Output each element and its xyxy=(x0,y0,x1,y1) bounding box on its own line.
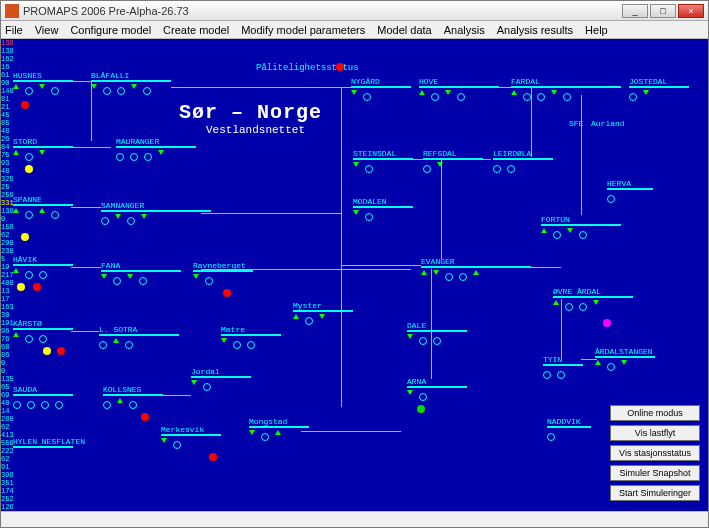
node-modalen[interactable]: MODALEN xyxy=(353,197,413,221)
node-label: MODALEN xyxy=(353,197,413,206)
node-label: HOVE xyxy=(419,77,499,86)
busbar xyxy=(161,434,221,436)
node-blafalli[interactable]: BLÅFALLI xyxy=(91,71,171,95)
app-icon xyxy=(5,4,19,18)
menu-configure[interactable]: Configure model xyxy=(70,24,151,36)
node-mauranger[interactable]: MAURANGER xyxy=(116,137,196,161)
busbar xyxy=(293,310,353,312)
node-label: HUSNES xyxy=(13,71,73,80)
node-lsotra[interactable]: L. SOTRA xyxy=(99,325,179,349)
node-hove[interactable]: HOVE xyxy=(419,77,499,101)
node-label: NADDVIK xyxy=(547,417,591,426)
node-label: ARNA xyxy=(407,377,467,386)
node-husnes[interactable]: HUSNES xyxy=(13,71,73,95)
node-label: SPANNE xyxy=(13,195,73,204)
node-fardal[interactable]: FARDAL xyxy=(511,77,621,101)
node-label: JOSTEDAL xyxy=(629,77,689,86)
busbar xyxy=(13,204,73,206)
start-simuleringer-button[interactable]: Start Simuleringer xyxy=(610,485,700,501)
node-leirdola[interactable]: LEIRDØLA xyxy=(493,149,553,173)
node-label: SAMNANGER xyxy=(101,201,211,210)
node-ovre-ardal[interactable]: ØVRE ÅRDAL xyxy=(553,287,633,311)
node-stord[interactable]: STORD xyxy=(13,137,73,161)
busbar xyxy=(541,224,621,226)
node-steinsdal[interactable]: STEINSDAL xyxy=(353,149,413,173)
busbar xyxy=(103,394,163,396)
busbar xyxy=(543,364,583,366)
node-label: HÅVIK xyxy=(13,255,73,264)
node-dale[interactable]: DALE xyxy=(407,321,467,345)
menu-create[interactable]: Create model xyxy=(163,24,229,36)
menu-modeldata[interactable]: Model data xyxy=(377,24,431,36)
busbar xyxy=(595,356,655,358)
flow-value: 280 xyxy=(1,415,708,423)
alarm-dot xyxy=(209,453,217,461)
aurland-label: Aurland xyxy=(591,119,625,128)
node-evanger[interactable]: EVANGER xyxy=(421,257,531,281)
menu-help[interactable]: Help xyxy=(585,24,608,36)
node-label: TYIN xyxy=(543,355,583,364)
online-modus-button[interactable]: Online modus xyxy=(610,405,700,421)
node-mongstad[interactable]: Mongstad xyxy=(249,417,309,441)
node-samnanger[interactable]: SAMNANGER xyxy=(101,201,211,225)
node-fortun[interactable]: FORTUN xyxy=(541,215,621,239)
menu-modify[interactable]: Modify model parameters xyxy=(241,24,365,36)
node-refsdal[interactable]: REFSDAL xyxy=(423,149,483,173)
node-herva[interactable]: HERVA xyxy=(607,179,653,203)
menu-results[interactable]: Analysis results xyxy=(497,24,573,36)
node-tyin[interactable]: TYIN xyxy=(543,355,583,379)
status-dot-magenta xyxy=(603,319,611,327)
line xyxy=(301,431,401,432)
busbar xyxy=(13,146,73,148)
menu-file[interactable]: File xyxy=(5,24,23,36)
flow-value: 126 xyxy=(1,503,708,511)
line xyxy=(561,299,562,359)
busbar xyxy=(407,386,467,388)
network-diagram[interactable]: Pålitelighetsstatus Sør – Norge Vestland… xyxy=(1,39,708,511)
node-ardalstangen[interactable]: ÅRDALSTANGEN xyxy=(595,347,655,371)
node-jostedal[interactable]: JOSTEDAL xyxy=(629,77,689,101)
line xyxy=(71,81,93,82)
node-label: Merkesvik xyxy=(161,425,221,434)
node-ravneberget[interactable]: Ravneberget xyxy=(193,261,253,285)
node-myster[interactable]: Myster xyxy=(293,301,353,325)
busbar xyxy=(91,80,171,82)
node-nygard[interactable]: NYGÅRD xyxy=(351,77,411,101)
app-window: PROMAPS 2006 Pre-Alpha-26.73 _ □ × File … xyxy=(0,0,709,528)
flow-value: 174 xyxy=(1,487,708,495)
node-label: KÅRSTØ xyxy=(13,319,73,328)
vis-lastflyt-button[interactable]: Vis lastflyt xyxy=(610,425,700,441)
node-jordal[interactable]: Jordal xyxy=(191,367,251,391)
minimize-button[interactable]: _ xyxy=(622,4,648,18)
close-button[interactable]: × xyxy=(678,4,704,18)
simuler-snapshot-button[interactable]: Simuler Snapshot xyxy=(610,465,700,481)
ok-dot xyxy=(417,405,425,413)
node-arna[interactable]: ARNA xyxy=(407,377,467,401)
maximize-button[interactable]: □ xyxy=(650,4,676,18)
flow-value: 48 xyxy=(1,127,708,135)
busbar xyxy=(629,86,689,88)
node-label: KOLLSNES xyxy=(103,385,163,394)
node-label: Jordal xyxy=(191,367,251,376)
flow-value: 351 xyxy=(1,479,708,487)
flow-value: 30 xyxy=(1,311,708,319)
node-fana[interactable]: FANA xyxy=(101,261,181,285)
node-kollsnes[interactable]: KOLLSNES xyxy=(103,385,163,409)
menu-analysis[interactable]: Analysis xyxy=(444,24,485,36)
node-hylen[interactable]: HYLEN NESFLATEN xyxy=(13,437,85,448)
busbar xyxy=(13,80,73,82)
node-label: Matre xyxy=(221,325,281,334)
busbar xyxy=(221,334,281,336)
node-sauda[interactable]: SAUDA xyxy=(13,385,73,409)
busbar xyxy=(511,86,621,88)
node-naddvik[interactable]: NADDVIK xyxy=(547,417,591,441)
node-spanne[interactable]: SPANNE xyxy=(13,195,73,219)
busbar xyxy=(13,328,73,330)
node-merkesvik[interactable]: Merkesvik xyxy=(161,425,221,449)
node-karsto[interactable]: KÅRSTØ xyxy=(13,319,73,343)
node-havik[interactable]: HÅVIK xyxy=(13,255,73,279)
status-indicator-red xyxy=(336,63,344,71)
node-matre[interactable]: Matre xyxy=(221,325,281,349)
menu-view[interactable]: View xyxy=(35,24,59,36)
vis-stasjon-button[interactable]: Vis stasjonsstatus xyxy=(610,445,700,461)
